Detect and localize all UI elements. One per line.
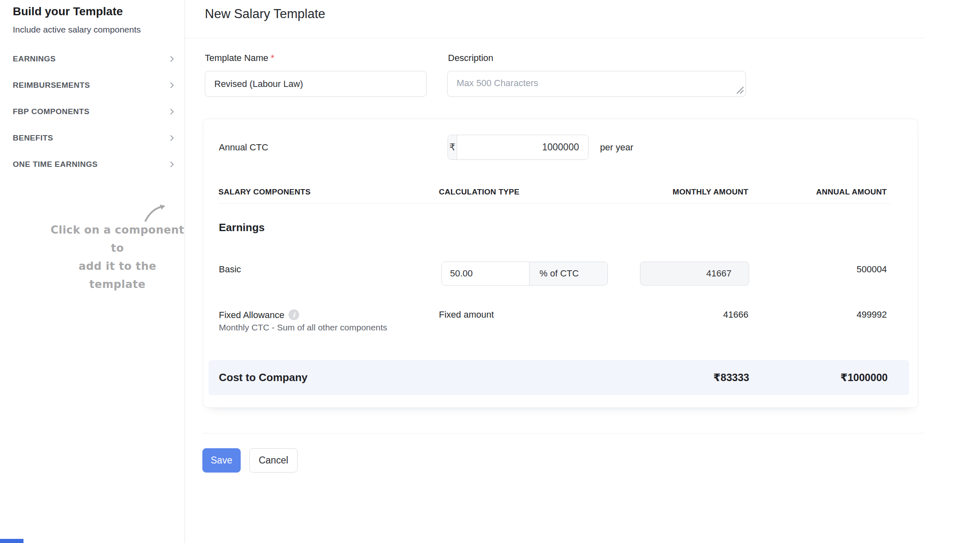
chevron-right-icon: [168, 108, 176, 116]
sidebar-item-label: FBP COMPONENTS: [13, 107, 89, 116]
bottom-left-accent: [0, 539, 23, 543]
component-category-menu: EARNINGS REIMBURSEMENTS FBP COMPONENTS B…: [0, 46, 185, 178]
description-label: Description: [448, 53, 493, 63]
sidebar-item-one-time-earnings[interactable]: ONE TIME EARNINGS: [0, 151, 185, 178]
hint-line-1: Click on a component to: [49, 221, 186, 257]
page-title: New Salary Template: [205, 7, 325, 21]
chevron-right-icon: [168, 81, 176, 89]
sidebar-item-reimbursements[interactable]: REIMBURSEMENTS: [0, 72, 185, 98]
description-textarea[interactable]: [447, 71, 746, 97]
cost-to-company-label: Cost to Company: [219, 360, 307, 395]
total-monthly-amount: ₹83333: [713, 360, 749, 395]
fixed-allowance-annual-amount: 499992: [857, 309, 887, 320]
basic-monthly-amount[interactable]: 41667: [640, 262, 749, 286]
hint-line-2: add it to the template: [49, 257, 186, 293]
earnings-group-heading: Earnings: [219, 221, 265, 234]
sidebar-item-label: BENEFITS: [13, 133, 53, 143]
save-button[interactable]: Save: [202, 448, 241, 473]
basic-calc-unit-select[interactable]: % of CTC: [529, 262, 607, 285]
col-header-annual-amount: ANNUAL AMOUNT: [816, 187, 887, 197]
sidebar-item-earnings[interactable]: EARNINGS: [0, 46, 185, 72]
rupee-icon: ₹: [449, 142, 455, 153]
chevron-right-icon: [168, 134, 176, 142]
sidebar-item-label: REIMBURSEMENTS: [13, 81, 90, 90]
chevron-right-icon: [168, 160, 176, 169]
per-year-label: per year: [600, 135, 633, 160]
table-header-divider: [218, 204, 891, 204]
header-divider: [185, 38, 924, 38]
total-annual-amount: ₹1000000: [840, 360, 888, 395]
main-content: New Salary Template Template Name* Descr…: [185, 0, 980, 543]
hint-text: Click on a component to add it to the te…: [49, 221, 186, 293]
component-name-fixed-allowance: Fixed Allowance: [219, 309, 299, 321]
description-field-wrap: [447, 71, 746, 97]
col-header-salary-components: SALARY COMPONENTS: [218, 187, 311, 197]
cancel-button[interactable]: Cancel: [249, 448, 298, 473]
sidebar-item-benefits[interactable]: BENEFITS: [0, 125, 185, 151]
sidebar-item-fbp-components[interactable]: FBP COMPONENTS: [0, 98, 185, 125]
resize-grip-icon[interactable]: [735, 85, 744, 94]
required-asterisk: *: [271, 53, 274, 63]
fixed-allowance-monthly-amount: 41666: [723, 309, 748, 320]
fixed-allowance-description: Monthly CTC - Sum of all other component…: [219, 323, 387, 332]
basic-calculation-group: % of CTC: [441, 262, 608, 286]
chevron-right-icon: [168, 55, 176, 63]
annual-ctc-input-group: ₹: [448, 135, 588, 160]
rupee-prefix: ₹: [448, 135, 457, 159]
fixed-allowance-calc-type: Fixed amount: [439, 309, 494, 320]
info-icon[interactable]: [288, 309, 299, 320]
sidebar-item-label: EARNINGS: [13, 54, 56, 63]
template-name-label: Template Name*: [205, 53, 274, 63]
col-header-calculation-type: CALCULATION TYPE: [439, 187, 520, 197]
component-sidebar: Build your Template Include active salar…: [0, 0, 185, 543]
template-name-input[interactable]: [205, 71, 427, 97]
sidebar-title: Build your Template: [13, 5, 123, 18]
annual-ctc-input[interactable]: [457, 135, 588, 159]
basic-percentage-input[interactable]: [442, 262, 529, 285]
col-header-monthly-amount: MONTHLY AMOUNT: [673, 187, 748, 197]
basic-annual-amount: 500004: [857, 264, 887, 275]
annual-ctc-label: Annual CTC: [219, 119, 268, 176]
component-name-basic: Basic: [219, 264, 241, 275]
salary-template-card: Annual CTC ₹ per year SALARY COMPONENTS …: [203, 119, 918, 408]
footer-divider: [203, 433, 924, 433]
sidebar-subtitle: Include active salary components: [13, 25, 141, 35]
cost-to-company-row: Cost to Company ₹83333 ₹1000000: [209, 360, 909, 395]
sidebar-item-label: ONE TIME EARNINGS: [13, 160, 98, 169]
